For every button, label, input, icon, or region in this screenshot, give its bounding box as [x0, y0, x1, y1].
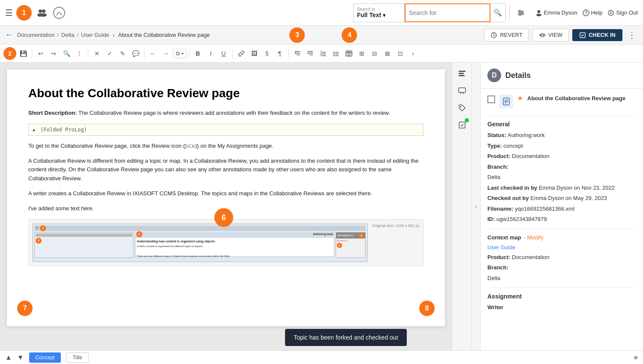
breadcrumb-annotation-3: 3	[289, 27, 305, 43]
svg-point-0	[39, 9, 42, 13]
toolbar-section-button[interactable]: §	[261, 48, 273, 60]
toolbar-ol-button[interactable]: 123	[317, 48, 329, 60]
toolbar-divider-3	[144, 48, 144, 59]
svg-point-36	[333, 55, 334, 56]
toolbar-divider-5	[232, 48, 233, 59]
toolbar-comment-button[interactable]: 💬	[129, 48, 141, 60]
help-button[interactable]: ? Help	[583, 9, 603, 16]
hamburger-menu-icon[interactable]: ☰	[5, 8, 13, 18]
annotation-8: 8	[419, 301, 435, 316]
toolbar-ul-button[interactable]	[330, 48, 342, 60]
sidebar-tags-icon[interactable]	[454, 100, 470, 116]
toolbar-accept-button[interactable]: ✓	[104, 48, 116, 60]
details-branch-label: Branch:	[487, 164, 508, 170]
toolbar-table-button[interactable]	[343, 48, 355, 60]
details-cm-branch-label: Branch:	[487, 264, 508, 271]
details-panel-toggle[interactable]: ‹	[472, 63, 480, 350]
sidebar-structure-icon[interactable]	[454, 66, 470, 81]
details-title: Details	[505, 71, 531, 80]
toolbar-image-button[interactable]: 🖼	[248, 48, 260, 60]
toolbar-indent-more-button[interactable]	[304, 48, 316, 60]
bottom-tab-concept[interactable]: Concept	[29, 352, 61, 363]
toolbar-more-button[interactable]: ⋮	[73, 48, 85, 60]
toolbar-table2-button[interactable]: ⊞	[356, 48, 368, 60]
search-divider	[509, 5, 510, 21]
details-checkedout-value: Emma Dyson on May 29, 2023	[530, 195, 607, 201]
toolbar-nav-back-button[interactable]: ←	[147, 48, 159, 60]
breadcrumb-documentation[interactable]: Documentation	[17, 32, 54, 38]
context-user-guide-link[interactable]: User Guide	[487, 244, 636, 251]
toolbar-expand-button[interactable]: ›	[407, 48, 419, 60]
checkin-button[interactable]: CHECK IN	[572, 29, 622, 41]
details-id-row: ID: ugw1562343847879	[487, 215, 636, 224]
bottom-tab-title[interactable]: Title	[66, 352, 88, 363]
user-profile-button[interactable]: Emma Dyson on Nov 23, 2022 Emma Dyson	[535, 9, 577, 16]
signout-button[interactable]: Sign Out	[607, 9, 638, 16]
breadcrumb-back-button[interactable]: ←	[5, 30, 13, 39]
toast-notification: Topic has been forked and checked out	[285, 329, 407, 346]
details-branch-value: Delta	[487, 174, 500, 180]
details-divider-3	[487, 287, 636, 288]
toolbar-nav-fwd-button[interactable]: →	[160, 48, 172, 60]
toolbar-close-button[interactable]: ✕	[91, 48, 103, 60]
details-lastchecked-row: Last checked in by Emma Dyson on Nov 23,…	[487, 184, 636, 192]
view-button[interactable]: VIEW	[532, 29, 569, 42]
toolbar-link-button[interactable]	[235, 48, 247, 60]
details-writer-row: Writer	[487, 303, 636, 312]
toolbar-edit-button[interactable]: ✎	[117, 48, 129, 60]
folded-arrow-icon: ▶	[33, 128, 36, 132]
toolbar-redo-button[interactable]: ↪	[48, 48, 60, 60]
toolbar-italic-button[interactable]: I	[205, 48, 217, 60]
toolbar-table4-button[interactable]: ⊠	[382, 48, 394, 60]
toolbar-paragraph-button[interactable]: ¶	[274, 48, 286, 60]
context-map-modify-link[interactable]: - Modify	[524, 234, 544, 241]
toolbar-underline-button[interactable]: U	[218, 48, 230, 60]
editor-page[interactable]: About the Collaborative Review page Shor…	[7, 69, 445, 326]
details-cm-branch-value: Delta	[487, 275, 500, 281]
sidebar-review-icon[interactable]	[454, 117, 470, 133]
bottom-nav-down[interactable]: ▼	[17, 354, 24, 361]
nav-icons-group	[35, 6, 66, 20]
toolbar-bold-button[interactable]: B	[192, 48, 204, 60]
details-checkedout-label: Checked out by	[487, 195, 529, 201]
toolbar-indent-less-button[interactable]	[291, 48, 303, 60]
bottom-zoom-button[interactable]: ⊕	[634, 355, 638, 361]
details-type-row: Type: concept	[487, 142, 636, 150]
sidebar-comments-icon[interactable]	[454, 83, 470, 98]
toolbar-table5-button[interactable]: ⊡	[394, 48, 406, 60]
breadcrumb-delta[interactable]: Delta	[61, 32, 74, 38]
breadcrumb-annotation-4: 4	[342, 27, 357, 43]
toolbar-table3-button[interactable]: ⊟	[369, 48, 381, 60]
users-icon[interactable]	[35, 6, 49, 20]
search-input-wrapper	[405, 3, 490, 22]
right-sidebar-icons	[452, 63, 472, 350]
folded-prolog-text: (Folded ProLog)	[40, 127, 87, 133]
bottom-nav-up[interactable]: ▲	[5, 354, 12, 361]
toolbar-save-button[interactable]: 💾	[17, 48, 29, 60]
details-star-icon: ★	[517, 95, 523, 101]
editor-wrapper: About the Collaborative Review page Shor…	[0, 63, 452, 350]
search-input[interactable]	[409, 9, 486, 16]
details-checkbox[interactable]	[487, 95, 495, 103]
search-submit-button[interactable]: 🔍	[490, 3, 506, 22]
toolbar-find-button[interactable]: 🔍	[60, 48, 72, 60]
filter-options-icon[interactable]	[513, 5, 529, 21]
folded-prolog-block[interactable]: ▶ (Folded ProLog)	[28, 124, 424, 136]
toolbar-copy-dropdown[interactable]: ⧉ ▾	[173, 49, 186, 58]
svg-point-9	[521, 12, 523, 14]
svg-point-3	[41, 13, 47, 17]
main-area: About the Collaborative Review page Shor…	[0, 63, 643, 350]
toolbar-undo-button[interactable]: ↩	[35, 48, 47, 60]
revert-label: REVERT	[500, 32, 523, 38]
svg-point-8	[519, 10, 520, 12]
search-in-dropdown[interactable]: Search in Full Text ▾	[353, 3, 405, 22]
breadcrumb-actions: REVERT VIEW CHECK IN ⋮	[484, 28, 638, 42]
details-branch-value-row: Delta	[487, 173, 636, 182]
details-product-value: Documentation	[512, 153, 549, 159]
svg-point-45	[460, 106, 461, 107]
revert-button[interactable]: REVERT	[484, 29, 529, 42]
logo-icon[interactable]	[52, 6, 66, 20]
more-actions-button[interactable]: ⋮	[626, 28, 638, 42]
breadcrumb-user-guide[interactable]: User Guide	[81, 32, 109, 38]
details-id-value: ugw1562343847879	[496, 216, 547, 222]
